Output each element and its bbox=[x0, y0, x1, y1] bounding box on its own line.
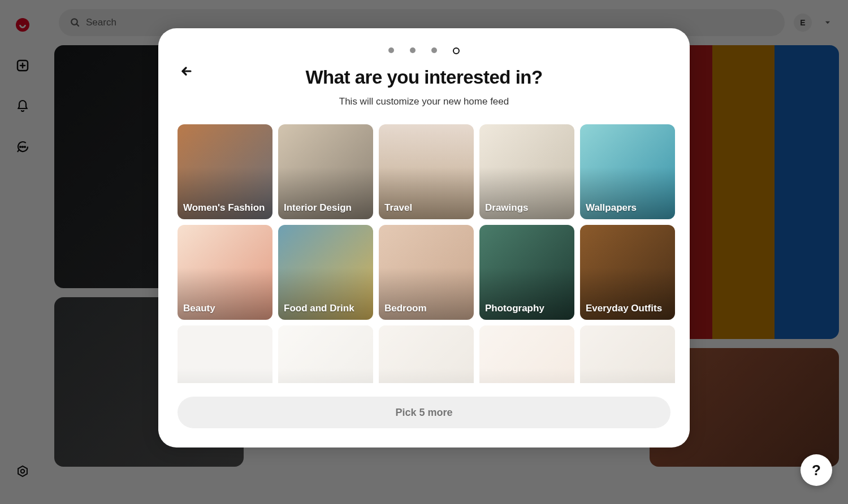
step-dot bbox=[431, 47, 437, 53]
interest-label: Beauty bbox=[183, 302, 267, 314]
interest-tile[interactable] bbox=[379, 325, 474, 383]
pick-more-button[interactable]: Pick 5 more bbox=[178, 397, 670, 428]
step-dot-active bbox=[453, 47, 460, 54]
interest-tile[interactable] bbox=[580, 325, 675, 383]
interest-label: Interior Design bbox=[284, 202, 367, 214]
interest-tile-beauty[interactable]: Beauty bbox=[178, 225, 272, 320]
modal-title: What are you interested in? bbox=[181, 67, 667, 88]
interest-label: Photography bbox=[485, 302, 569, 314]
interest-tile-photography[interactable]: Photography bbox=[479, 225, 574, 320]
interest-label: Wallpapers bbox=[586, 202, 669, 214]
interest-label: Travel bbox=[384, 202, 468, 214]
interest-tile[interactable] bbox=[178, 325, 272, 383]
interest-tile-travel[interactable]: Travel bbox=[379, 124, 474, 219]
help-icon: ? bbox=[812, 462, 821, 479]
interest-tile-bedroom[interactable]: Bedroom bbox=[379, 225, 474, 320]
modal-footer: Pick 5 more bbox=[158, 383, 690, 447]
interests-modal: What are you interested in? This will cu… bbox=[158, 28, 690, 447]
interest-tile[interactable] bbox=[479, 325, 574, 383]
interest-tile-food-and-drink[interactable]: Food and Drink bbox=[278, 225, 373, 320]
back-button[interactable] bbox=[178, 62, 196, 80]
step-dot bbox=[388, 47, 394, 53]
modal-header: What are you interested in? This will cu… bbox=[158, 28, 690, 107]
interest-tile-drawings[interactable]: Drawings bbox=[479, 124, 574, 219]
interest-tile[interactable] bbox=[278, 325, 373, 383]
interest-label: Bedroom bbox=[384, 302, 468, 314]
progress-stepper bbox=[181, 47, 667, 54]
interest-tile-interior-design[interactable]: Interior Design bbox=[278, 124, 373, 219]
interest-label: Food and Drink bbox=[284, 302, 367, 314]
interests-scroll-area[interactable]: Women's Fashion Interior Design Travel D… bbox=[158, 124, 690, 383]
interest-label: Women's Fashion bbox=[183, 202, 267, 214]
help-button[interactable]: ? bbox=[801, 454, 832, 486]
interest-tile-wallpapers[interactable]: Wallpapers bbox=[580, 124, 675, 219]
step-dot bbox=[410, 47, 416, 53]
interest-label: Everyday Outfits bbox=[586, 302, 669, 314]
interests-grid: Women's Fashion Interior Design Travel D… bbox=[178, 124, 681, 383]
interest-label: Drawings bbox=[485, 202, 569, 214]
interest-tile-womens-fashion[interactable]: Women's Fashion bbox=[178, 124, 272, 219]
modal-subtitle: This will customize your new home feed bbox=[181, 96, 667, 107]
interest-tile-everyday-outfits[interactable]: Everyday Outfits bbox=[580, 225, 675, 320]
